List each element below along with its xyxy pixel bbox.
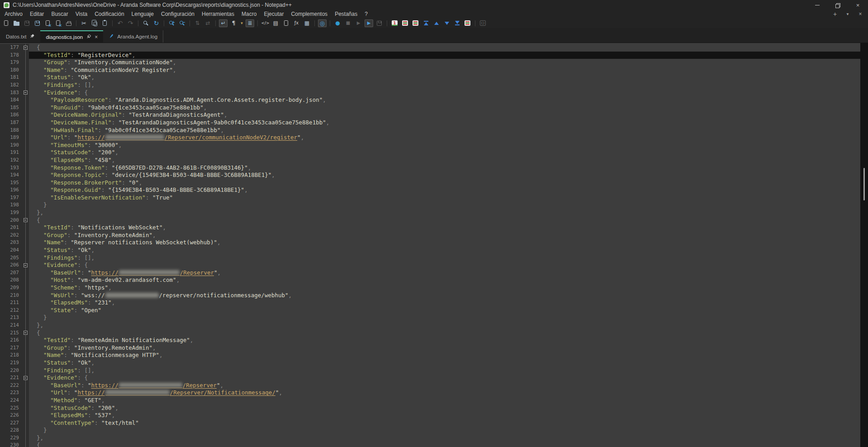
show-all-characters-icon: ¶: [232, 20, 236, 26]
menu-ejecutar[interactable]: Ejecutar: [260, 10, 287, 18]
line-number: 205: [5, 254, 22, 262]
pin-filled-icon[interactable]: [29, 33, 35, 40]
menu-lenguaje[interactable]: Lenguaje: [128, 10, 157, 18]
save-recorded-macro-button[interactable]: [375, 19, 384, 27]
bookmark-margin: [0, 164, 5, 172]
paste-button[interactable]: [100, 19, 109, 27]
stop-recording-button[interactable]: ■: [344, 19, 352, 27]
tab-list-button[interactable]: ▼: [844, 12, 851, 16]
menu-pesta-as[interactable]: Pestañas: [331, 10, 361, 18]
sync-horizontal-scrolling-button[interactable]: ⇄: [204, 19, 212, 27]
function-list-button[interactable]: ƒx: [292, 19, 301, 27]
code-line: 222 "BaseUrl": "https:///Repserver",: [0, 382, 860, 390]
word-wrap-button[interactable]: ↵: [219, 19, 228, 27]
redo-button[interactable]: ↷: [126, 19, 135, 27]
menu-codificaci-n[interactable]: Codificación: [91, 10, 128, 18]
user-defined-language-button[interactable]: </>: [261, 19, 270, 27]
zoom-in-button[interactable]: +: [167, 19, 176, 27]
sync-vertical-scrolling-button[interactable]: ⇅: [193, 19, 202, 27]
menu-help[interactable]: ?: [361, 10, 371, 18]
save-file-button[interactable]: [23, 19, 31, 27]
fold-margin: [22, 397, 29, 404]
vertical-scrollbar[interactable]: [860, 43, 868, 447]
code-line: 208 "Host": "vm-adm-dev02.arandasoft.com…: [0, 276, 860, 284]
print-button[interactable]: [64, 19, 73, 27]
line-number: 179: [5, 59, 22, 67]
close-tab-button[interactable]: ×: [857, 11, 863, 17]
compare-button[interactable]: [401, 19, 409, 27]
copy-button[interactable]: [90, 19, 99, 27]
json-viewer-button[interactable]: {}: [479, 19, 487, 27]
document-map-button[interactable]: ▤: [271, 19, 280, 27]
line-number: 183: [5, 89, 22, 97]
bookmark-margin: [0, 344, 5, 352]
zoom-out-button[interactable]: −: [178, 19, 186, 27]
fold-margin: [22, 254, 29, 262]
pin-outline-icon[interactable]: [86, 34, 91, 40]
fold-toggle[interactable]: [24, 331, 28, 335]
monitoring-button[interactable]: ◎: [318, 19, 327, 27]
menu-buscar[interactable]: Buscar: [47, 10, 71, 18]
menu-editar[interactable]: Editar: [26, 10, 47, 18]
menu-complementos[interactable]: Complementos: [287, 10, 331, 18]
fold-toggle[interactable]: [24, 46, 28, 50]
show-all-characters-button[interactable]: ¶: [229, 19, 238, 27]
compare-nav-bar-button[interactable]: [463, 19, 472, 27]
record-macro-button[interactable]: ●: [333, 19, 342, 27]
indent-guide-button[interactable]: ≣: [246, 19, 254, 27]
close-button[interactable]: ×: [848, 0, 868, 10]
menu-configuraci-n[interactable]: Configuración: [157, 10, 198, 18]
gutter: 195: [0, 179, 29, 187]
undo-button[interactable]: ↶: [116, 19, 124, 27]
last-diff-button[interactable]: [453, 19, 461, 27]
find-button[interactable]: [142, 19, 150, 27]
close-file-button[interactable]: [43, 19, 52, 27]
code-text: "Status": "Ok",: [29, 359, 860, 367]
gutter: 178: [0, 52, 29, 59]
function-list-icon: ƒx: [294, 21, 299, 25]
gutter: 223: [0, 389, 29, 397]
symbol-dropdown-button[interactable]: ▾: [240, 19, 244, 27]
open-file-button[interactable]: [12, 19, 21, 27]
code-line: 209 "Scheme": "https",: [0, 284, 860, 292]
fold-toggle[interactable]: [24, 218, 28, 222]
first-diff-button[interactable]: [422, 19, 430, 27]
doc-switcher-button[interactable]: ▦: [303, 19, 311, 27]
compare-set-first-button[interactable]: 1: [390, 19, 399, 27]
bookmark-margin: [0, 209, 5, 217]
replace-button[interactable]: ↻: [152, 19, 161, 27]
run-macro-multiple-times-button[interactable]: ▶: [365, 19, 373, 27]
new-tab-button[interactable]: +: [832, 10, 838, 18]
cut-button[interactable]: ✂: [80, 19, 88, 27]
minimize-button[interactable]: [807, 0, 827, 10]
title-bar[interactable]: C:\Users\JonathanAndresNieves\OneDrive -…: [0, 0, 868, 10]
fold-toggle[interactable]: [24, 263, 28, 267]
text-area[interactable]: 177 {178 "TestId": "RegisterDevice",179 …: [0, 43, 860, 447]
tab-aranda-agent-log[interactable]: Aranda.Agent.log: [103, 30, 163, 43]
tab-datos-txt[interactable]: Datos.txt: [0, 30, 40, 43]
save-file-icon: [24, 21, 29, 26]
line-number: 213: [5, 314, 22, 322]
fold-toggle[interactable]: [24, 90, 28, 95]
restore-button[interactable]: [827, 0, 848, 10]
line-number: 214: [5, 322, 22, 329]
compare-clear-button[interactable]: [411, 19, 420, 27]
menu-archivo[interactable]: Archivo: [1, 10, 26, 18]
menu-herramientas[interactable]: Herramientas: [198, 10, 238, 18]
next-diff-button[interactable]: [442, 19, 451, 27]
save-all-button[interactable]: [33, 19, 42, 27]
play-macro-button[interactable]: ▶: [354, 19, 363, 27]
previous-diff-button[interactable]: [432, 19, 441, 27]
code-line: 178 "TestId": "RegisterDevice",: [0, 52, 860, 59]
scrollbar-thumb[interactable]: [863, 168, 865, 200]
tab-diagnostics-json[interactable]: diagnostics.json×: [40, 30, 103, 43]
new-file-button[interactable]: [2, 19, 10, 27]
close-all-files-button[interactable]: [54, 19, 62, 27]
fold-toggle[interactable]: [24, 376, 28, 380]
document-list-button[interactable]: [282, 19, 290, 27]
menu-vista[interactable]: Vista: [72, 10, 91, 18]
menu-macro[interactable]: Macro: [238, 10, 260, 18]
tab-label: Datos.txt: [6, 34, 26, 39]
tab-close-icon[interactable]: ×: [95, 34, 98, 40]
bookmark-margin: [0, 157, 5, 164]
